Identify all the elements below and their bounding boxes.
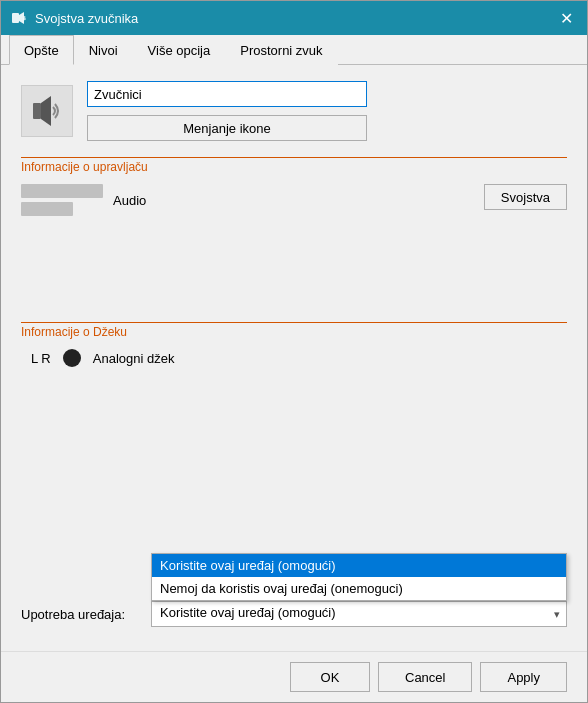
usage-dropdown-wrapper: Koristite ovaj uređaj (omogući) ▾ Korist… [151,601,567,627]
dropdown-arrow-icon: ▾ [554,608,560,621]
svg-rect-0 [12,13,19,23]
dropdown-option-1[interactable]: Nemoj da koristis ovaj uređaj (onemoguci… [152,577,566,600]
close-button[interactable]: ✕ [553,6,579,30]
device-name-input[interactable] [87,81,367,107]
tab-bar: Opšte Nivoi Više opcija Prostorni zvuk [1,35,587,65]
driver-info-row: Audio Svojstva [21,184,567,216]
jack-section-label: Informacije o Džeku [21,322,567,339]
dropdown-option-0[interactable]: Koristite ovaj uređaj (omogući) [152,554,566,577]
usage-dropdown-display[interactable]: Koristite ovaj uređaj (omogući) ▾ [151,601,567,627]
main-content: Menjanje ikone Informacije o upravljaču … [1,65,587,651]
speaker-icon [29,93,65,129]
window-title: Svojstva zvučnika [35,11,553,26]
driver-bar-1 [21,184,103,198]
cancel-button[interactable]: Cancel [378,662,472,692]
device-name-row: Menjanje ikone [21,81,567,141]
spacer-area [21,232,567,312]
usage-dropdown-popup: Koristite ovaj uređaj (omogući) Nemoj da… [151,553,567,601]
app-icon [9,9,27,27]
tab-opste[interactable]: Opšte [9,35,74,65]
driver-bar-2 [21,202,73,216]
jack-row: L R Analogni džek [21,349,567,367]
jack-section: Informacije o Džeku L R Analogni džek [21,322,567,367]
bottom-buttons: OK Cancel Apply [1,651,587,702]
device-name-right: Menjanje ikone [87,81,367,141]
tab-prostorni-zvuk[interactable]: Prostorni zvuk [225,35,337,65]
driver-details: Audio [21,184,474,216]
svg-point-3 [23,18,26,21]
svg-rect-4 [33,103,41,119]
jack-lr-label: L R [31,351,51,366]
driver-btn-right: Svojstva [484,184,567,210]
tab-nivoi[interactable]: Nivoi [74,35,133,65]
dialog-window: Svojstva zvučnika ✕ Opšte Nivoi Više opc… [0,0,588,703]
driver-bar-group [21,184,103,216]
title-bar: Svojstva zvučnika ✕ [1,1,587,35]
driver-section: Informacije o upravljaču Audio Svojstva [21,157,567,216]
usage-label: Upotreba uređaja: [21,607,141,622]
driver-text: Audio [113,193,146,208]
svg-marker-1 [19,12,24,24]
ok-button[interactable]: OK [290,662,370,692]
change-icon-button[interactable]: Menjanje ikone [87,115,367,141]
svg-marker-5 [41,96,51,126]
tab-vise-opcija[interactable]: Više opcija [133,35,226,65]
device-usage-row: Upotreba uređaja: Koristite ovaj uređaj … [21,601,567,627]
jack-type-label: Analogni džek [93,351,175,366]
driver-section-label: Informacije o upravljaču [21,157,567,174]
jack-dot [63,349,81,367]
apply-button[interactable]: Apply [480,662,567,692]
properties-button[interactable]: Svojstva [484,184,567,210]
device-icon [21,85,73,137]
